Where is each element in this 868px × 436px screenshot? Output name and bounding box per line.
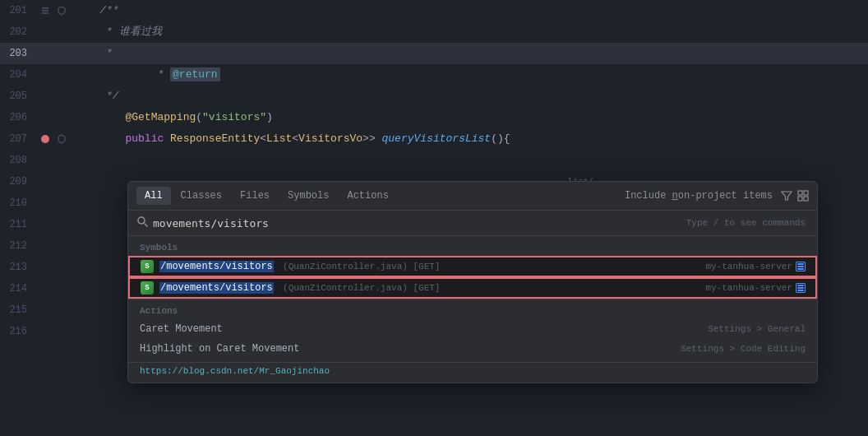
editor-container: 201 /** 202 * 谁看过我 xyxy=(0,0,868,436)
bottom-link[interactable]: https://blog.csdn.net/Mr_Gaojinchao xyxy=(128,362,817,379)
code-line-204: 204 * @return xyxy=(0,64,868,86)
action-right-highlight: Settings > Code Editing xyxy=(681,344,806,354)
action-text-caret: Caret Movement xyxy=(140,323,708,335)
line-number-205: 205 xyxy=(0,90,37,102)
spring-icon-1: S xyxy=(141,260,154,273)
line-number-207: 207 xyxy=(0,133,37,145)
action-row-caret[interactable]: Caret Movement Settings > General xyxy=(128,319,817,339)
svg-line-9 xyxy=(145,224,148,227)
shield-201 xyxy=(53,6,70,16)
include-label: Include non-project items xyxy=(625,190,773,202)
code-line-202: 202 * 谁看过我 xyxy=(0,21,868,43)
search-input-display[interactable]: movements/visitors xyxy=(153,217,686,230)
tab-classes[interactable]: Classes xyxy=(173,187,230,205)
result-path-highlight-2: /movements/visitors xyxy=(159,282,274,294)
line-number-214: 214 xyxy=(0,283,37,295)
actions-section-label: Actions xyxy=(128,303,817,319)
result-text-1: /movements/visitors (QuanZiController.ja… xyxy=(159,261,705,272)
line-content-202: * 谁看过我 xyxy=(70,21,868,43)
tab-all[interactable]: All xyxy=(136,187,171,205)
result-right-1: my-tanhua-server xyxy=(705,262,806,271)
breakpoint-icon-207 xyxy=(41,135,49,143)
code-line-201: 201 /** xyxy=(0,0,868,21)
shield-icon-207 xyxy=(57,134,67,144)
results-area: Symbols S /movements/visitors (QuanZiCon… xyxy=(128,236,817,383)
svg-marker-3 xyxy=(782,192,792,200)
result-icon-1: S xyxy=(140,259,155,274)
type-hint: Type / to see commands xyxy=(686,218,806,228)
symbols-section-label: Symbols xyxy=(128,239,817,256)
filter-icons xyxy=(781,190,809,202)
lines-icon xyxy=(40,6,50,16)
line-number-210: 210 xyxy=(0,197,37,209)
line-number-211: 211 xyxy=(0,219,37,230)
action-right-caret: Settings > General xyxy=(708,324,806,334)
tab-files[interactable]: Files xyxy=(232,187,278,205)
line-number-206: 206 xyxy=(0,112,37,123)
line-number-204: 204 xyxy=(0,69,37,81)
search-row: movements/visitors Type / to see command… xyxy=(128,211,817,236)
result-path-highlight-1: /movements/visitors xyxy=(159,261,274,272)
result-row-2[interactable]: S /movements/visitors (QuanZiController.… xyxy=(128,277,817,299)
line-number-202: 202 xyxy=(0,26,37,38)
search-popup: All Classes Files Symbols Actions Includ… xyxy=(127,181,818,383)
gutter-201 xyxy=(37,6,53,16)
line-number-209: 209 xyxy=(0,176,37,188)
action-text-highlight: Highlight on Caret Movement xyxy=(140,343,681,355)
tab-symbols[interactable]: Symbols xyxy=(279,187,337,205)
result-detail-2: (QuanZiController.java) [GET] xyxy=(283,283,440,293)
result-text-2: /movements/visitors (QuanZiController.ja… xyxy=(159,282,705,294)
actions-section: Actions Caret Movement Settings > Genera… xyxy=(128,299,817,362)
layout-icon[interactable] xyxy=(797,190,809,202)
line-number-212: 212 xyxy=(0,240,37,252)
line-number-213: 213 xyxy=(0,262,37,273)
line-content-201: /** xyxy=(70,0,868,21)
svg-rect-4 xyxy=(798,191,802,195)
server-name-2: my-tanhua-server xyxy=(705,283,792,293)
tab-actions[interactable]: Actions xyxy=(339,187,396,205)
shield-icon-201 xyxy=(57,6,67,16)
line-number-216: 216 xyxy=(0,326,37,337)
result-detail-1: (QuanZiController.java) [GET] xyxy=(283,262,440,271)
line-number-203: 203 xyxy=(0,48,37,59)
server-icon-1 xyxy=(796,262,806,271)
result-icon-2: S xyxy=(140,281,155,295)
code-line-207: 207 public ResponseEntity<List<VisitorsV… xyxy=(0,128,868,150)
svg-point-8 xyxy=(138,217,145,224)
svg-rect-5 xyxy=(804,191,808,195)
filter-icon[interactable] xyxy=(781,190,792,202)
gutter-207-breakpoint xyxy=(37,135,53,143)
spring-icon-2: S xyxy=(141,281,154,295)
line-number-215: 215 xyxy=(0,304,37,316)
server-icon-2 xyxy=(796,283,806,293)
line-number-208: 208 xyxy=(0,155,37,166)
svg-rect-6 xyxy=(798,197,802,201)
action-row-highlight[interactable]: Highlight on Caret Movement Settings > C… xyxy=(128,339,817,359)
result-row-1[interactable]: S /movements/visitors (QuanZiController.… xyxy=(128,256,817,277)
svg-rect-7 xyxy=(804,197,808,201)
search-icon xyxy=(136,216,148,230)
code-line-208: 208 xyxy=(0,150,868,171)
popup-tabs-row: All Classes Files Symbols Actions Includ… xyxy=(128,182,817,211)
result-right-2: my-tanhua-server xyxy=(705,283,806,293)
magnifier-icon xyxy=(136,216,148,227)
shield-207 xyxy=(53,134,70,144)
line-number-201: 201 xyxy=(0,5,37,16)
server-name-1: my-tanhua-server xyxy=(705,262,792,271)
